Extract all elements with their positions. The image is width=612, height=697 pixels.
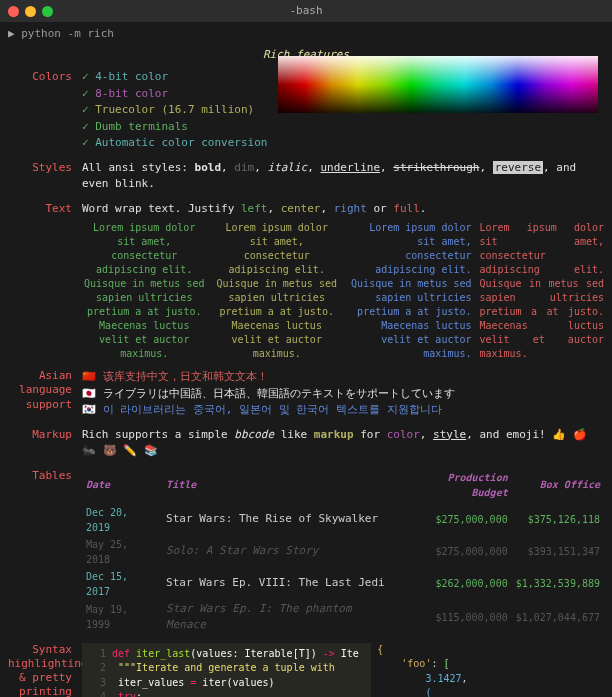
syntax-row: Syntax highlighting & pretty printing 1d… xyxy=(8,643,604,698)
th-date: Date xyxy=(82,468,162,504)
prompt-line: ▶ python -m rich xyxy=(8,26,604,43)
lorem-columns: Lorem ipsum dolor sit amet, consectetur … xyxy=(82,221,604,361)
th-title: Title xyxy=(162,468,401,504)
flag-kr: 🇰🇷 xyxy=(82,402,96,419)
terminal-body: ▶ python -m rich Rich features Colors ✓ … xyxy=(0,22,612,697)
label-markup: Markup xyxy=(8,427,82,460)
prompt-symbol: ▶ xyxy=(8,27,15,40)
styles-row: Styles All ansi styles: bold, dim, itali… xyxy=(8,160,604,193)
movies-table: Date Title Production Budget Box Office … xyxy=(82,468,604,635)
code-block: 1def iter_last(values: Iterable[T]) -> I… xyxy=(82,643,371,698)
th-box: Box Office xyxy=(512,468,604,504)
markup-content: Rich supports a simple bbcode like marku… xyxy=(82,427,604,460)
lorem-row: Lorem ipsum dolor sit amet, consectetur … xyxy=(8,221,604,361)
label-colors: Colors xyxy=(8,69,82,152)
label-styles: Styles xyxy=(8,160,82,193)
text-content: Word wrap text. Justify left, center, ri… xyxy=(82,201,604,218)
lorem-full: Lorem ipsum dolor sit amet, consectetur … xyxy=(480,221,605,361)
label-text: Text xyxy=(8,201,82,218)
label-syntax: Syntax highlighting & pretty printing xyxy=(8,643,82,698)
asian-content: 🇨🇳 该库支持中文，日文和韩文文本！ 🇯🇵 ライブラリは中国語、日本語、韓国語の… xyxy=(82,369,604,419)
table-row: May 25, 2018Solo: A Star Wars Story$275,… xyxy=(82,536,604,568)
styles-content: All ansi styles: bold, dim, italic, unde… xyxy=(82,160,604,193)
syntax-content: 1def iter_last(values: Iterable[T]) -> I… xyxy=(82,643,604,698)
lorem-left: Lorem ipsum dolor sit amet, consectetur … xyxy=(82,221,207,361)
table-row: Dec 15, 2017Star Wars Ep. VIII: The Last… xyxy=(82,568,604,600)
text-row: Text Word wrap text. Justify left, cente… xyxy=(8,201,604,218)
color-gradient xyxy=(278,56,598,113)
titlebar: -bash xyxy=(0,0,612,22)
flag-cn: 🇨🇳 xyxy=(82,369,96,386)
lorem-center: Lorem ipsum dolor sit amet, consectetur … xyxy=(215,221,340,361)
asian-row: Asian language support 🇨🇳 该库支持中文，日文和韩文文本… xyxy=(8,369,604,419)
table-row: Dec 20, 2019Star Wars: The Rise of Skywa… xyxy=(82,504,604,536)
window-title: -bash xyxy=(0,3,612,20)
markup-row: Markup Rich supports a simple bbcode lik… xyxy=(8,427,604,460)
flag-jp: 🇯🇵 xyxy=(82,386,96,403)
label-tables: Tables xyxy=(8,468,82,635)
tables-content: Date Title Production Budget Box Office … xyxy=(82,468,604,635)
table-row: May 19, 1999Star Wars Ep. I: The phantom… xyxy=(82,600,604,635)
label-asian: Asian language support xyxy=(8,369,82,419)
command-text: python -m rich xyxy=(21,27,114,40)
th-budget: Production Budget xyxy=(401,468,511,504)
tables-row: Tables Date Title Production Budget Box … xyxy=(8,468,604,635)
pretty-block: { 'foo': [ 3.1427, ( 'Paul Atreides', 'V… xyxy=(377,643,604,698)
lorem-right: Lorem ipsum dolor sit amet, consectetur … xyxy=(347,221,472,361)
